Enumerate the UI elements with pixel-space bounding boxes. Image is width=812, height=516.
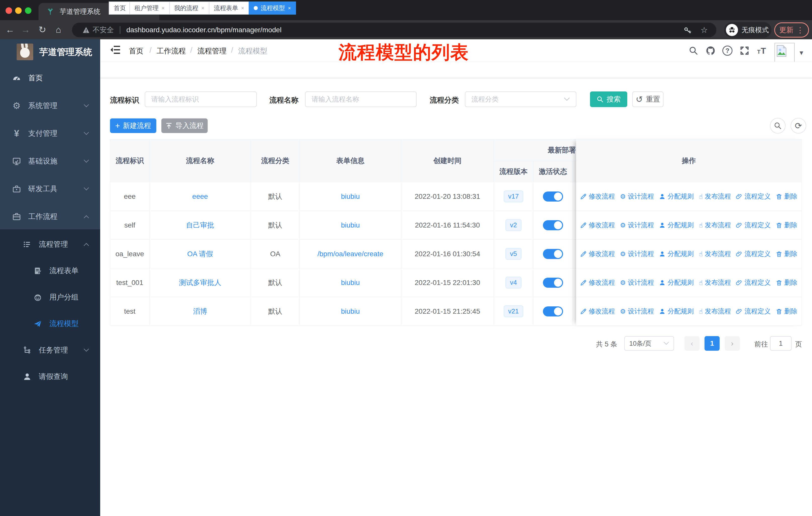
show-search-toggle-button[interactable] [770,118,786,134]
sidebar-item-task-mgmt[interactable]: 任务管理 [0,336,100,364]
assign-rule-button[interactable]: 分配规则 [659,249,694,258]
create-process-button[interactable]: + 新建流程 [110,118,156,133]
next-page-button[interactable]: › [725,336,740,351]
delete-process-button[interactable]: 删除 [776,278,798,287]
forward-button[interactable]: → [20,24,32,36]
browser-menu-icon[interactable]: ⋮ [796,26,804,34]
sidebar-item-leave-query[interactable]: 请假查询 [0,363,100,390]
avatar-caret-icon[interactable]: ▼ [799,49,805,56]
publish-process-button[interactable]: ☝发布流程 [699,221,731,229]
cell-name-link[interactable]: 自己审批 [186,220,214,230]
fullscreen-icon[interactable] [737,43,752,58]
home-button[interactable]: ⌂ [52,24,64,36]
tag-tenant[interactable]: 租户管理 × [129,1,170,15]
assign-rule-button[interactable]: 分配规则 [659,221,694,229]
tag-home[interactable]: 首页 [109,1,131,15]
edit-process-button[interactable]: 修改流程 [580,249,615,258]
status-toggle[interactable] [543,249,563,259]
tag-my-process[interactable]: 我的流程 × [169,1,209,15]
edit-process-button[interactable]: 修改流程 [580,278,615,287]
cell-name-link[interactable]: OA 请假 [187,249,213,259]
status-toggle[interactable] [543,191,563,201]
cell-form-link[interactable]: /bpm/oa/leave/create [317,250,383,258]
delete-process-button[interactable]: 删除 [776,221,798,229]
sidebar-item-process-form[interactable]: 流程表单 [0,257,100,285]
edit-process-button[interactable]: 修改流程 [580,221,615,229]
address-bar[interactable]: 不安全 dashboard.yudao.iocoder.cn/bpm/manag… [72,23,716,37]
assign-rule-button[interactable]: 分配规则 [659,278,694,287]
process-definition-button[interactable]: 流程定义 [736,278,771,287]
sidebar-item-user-group[interactable]: 用户分组 [0,283,100,311]
process-definition-button[interactable]: 流程定义 [736,192,771,201]
window-zoom-button[interactable] [25,7,31,14]
back-button[interactable]: ← [4,24,16,36]
page-size-select[interactable]: 10条/页 [624,336,674,351]
reload-button[interactable]: ↻ [36,24,48,36]
assign-rule-button[interactable]: 分配规则 [659,307,694,316]
version-badge[interactable]: v5 [505,248,521,260]
sidebar-item-home[interactable]: 首页 [0,64,100,92]
category-select[interactable]: 流程分类 [465,91,576,107]
sidebar-item-process-mgmt[interactable]: 流程管理 [0,230,100,258]
design-process-button[interactable]: ⚙设计流程 [620,278,654,287]
sidebar-item-process-model[interactable]: 流程模型 [0,310,100,337]
browser-update-button[interactable]: 更新 ⋮ [774,22,809,37]
status-toggle[interactable] [543,220,563,230]
process-definition-button[interactable]: 流程定义 [736,249,771,258]
delete-process-button[interactable]: 删除 [776,249,798,258]
sidebar-item-system[interactable]: ⚙ 系统管理 [0,92,100,120]
version-badge[interactable]: v17 [504,190,523,202]
refresh-table-button[interactable]: ⟳ [791,118,806,134]
cell-form-link[interactable]: biubiu [341,307,360,316]
process-id-input[interactable] [145,91,257,107]
status-toggle[interactable] [543,278,563,288]
publish-process-button[interactable]: ☝发布流程 [699,307,731,316]
publish-process-button[interactable]: ☝发布流程 [699,278,731,287]
assign-rule-button[interactable]: 分配规则 [659,192,694,201]
delete-process-button[interactable]: 删除 [776,307,798,316]
close-icon[interactable]: × [288,5,291,11]
edit-process-button[interactable]: 修改流程 [580,192,615,201]
breadcrumb-workflow[interactable]: 工作流程 [156,46,186,56]
close-icon[interactable]: × [241,5,244,11]
tag-process-model[interactable]: 流程模型 × [249,1,296,15]
version-badge[interactable]: v2 [505,219,521,231]
page-number-button[interactable]: 1 [704,336,720,351]
window-minimize-button[interactable] [15,7,22,14]
process-definition-button[interactable]: 流程定义 [736,221,771,229]
process-name-input[interactable] [305,91,416,107]
publish-process-button[interactable]: ☝发布流程 [699,249,731,258]
publish-process-button[interactable]: ☝发布流程 [699,192,731,201]
font-size-icon[interactable]: TT [754,43,769,58]
sidebar-item-devtools[interactable]: 研发工具 [0,175,100,203]
sidebar-logo[interactable]: 芋道管理系统 [0,39,100,64]
cell-form-link[interactable]: biubiu [341,279,360,287]
github-icon[interactable] [703,43,718,58]
tag-process-form[interactable]: 流程表单 × [209,1,249,15]
cell-name-link[interactable]: eeee [192,192,208,200]
cell-name-link[interactable]: 测试多审批人 [179,278,221,288]
version-badge[interactable]: v4 [505,277,521,289]
sidebar-item-infra[interactable]: 基础设施 [0,147,100,175]
close-icon[interactable]: × [162,5,165,11]
cell-name-link[interactable]: 滔博 [193,307,207,316]
sidebar-item-workflow[interactable]: 工作流程 [0,203,100,230]
process-definition-button[interactable]: 流程定义 [736,307,771,316]
sidebar-item-payment[interactable]: ¥ 支付管理 [0,120,100,147]
key-icon[interactable] [684,26,692,34]
design-process-button[interactable]: ⚙设计流程 [620,221,654,229]
import-process-button[interactable]: 导入流程 [161,118,208,133]
bookmark-star-icon[interactable]: ☆ [700,25,708,35]
cell-form-link[interactable]: biubiu [341,192,360,200]
search-icon[interactable] [686,43,701,58]
version-badge[interactable]: v21 [504,305,523,317]
help-icon[interactable]: ? [720,43,735,58]
design-process-button[interactable]: ⚙设计流程 [620,307,654,316]
breadcrumb-home[interactable]: 首页 [129,46,143,56]
delete-process-button[interactable]: 删除 [776,192,798,201]
edit-process-button[interactable]: 修改流程 [580,307,615,316]
reset-button[interactable]: ↺ 重置 [632,91,664,107]
cell-form-link[interactable]: biubiu [341,221,360,229]
breadcrumb-process-mgmt[interactable]: 流程管理 [197,46,227,56]
hamburger-icon[interactable] [110,45,121,55]
